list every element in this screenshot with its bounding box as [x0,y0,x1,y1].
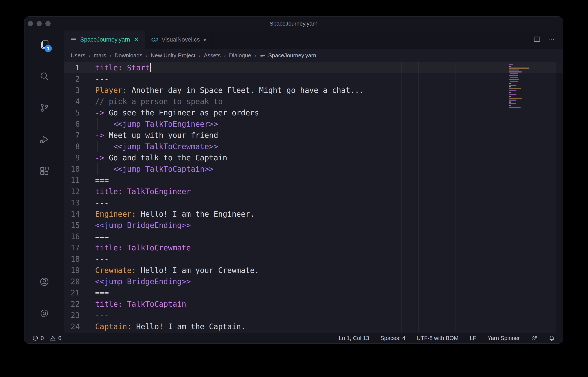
editor-scrollbar[interactable] [556,62,563,333]
code-line[interactable]: 12title: TalkToEngineer [64,186,563,197]
line-number: 20 [64,276,95,287]
status-indentation[interactable]: Spaces: 4 [380,335,406,342]
activity-settings-button[interactable] [37,306,52,321]
code-line[interactable]: 21=== [64,287,563,298]
breadcrumb-separator: › [224,52,226,59]
breadcrumb-file[interactable]: SpaceJourney.yarn [260,52,316,59]
code-line-text: // pick a person to speak to [95,96,563,107]
code-line[interactable]: 4// pick a person to speak to [64,96,563,107]
code-line[interactable]: 3Player: Another day in Space Fleet. Mig… [64,85,563,96]
extensions-icon [39,166,49,176]
code-editor[interactable]: 1title: Start2---3Player: Another day in… [64,62,563,333]
code-line[interactable]: 10 <<jump TalkToCaptain>> [64,163,563,175]
line-number: 1 [64,62,95,73]
activity-run-debug-button[interactable] [37,132,52,147]
code-line[interactable]: 15<<jump BridgeEnding>> [64,220,563,231]
minimap-line [509,70,542,71]
account-icon [39,277,49,287]
minimap-line [509,79,542,81]
breadcrumb-item[interactable]: Users [71,52,85,59]
minimap-line [509,107,542,109]
code-line[interactable]: 2--- [64,73,563,85]
status-notifications[interactable] [549,335,555,341]
status-eol[interactable]: LF [470,335,476,342]
close-tab-button[interactable]: ✕ [133,36,139,43]
code-line[interactable]: 18--- [64,253,563,265]
minimap-line [509,100,542,102]
status-encoding[interactable]: UTF-8 with BOM [417,335,458,342]
vscode-window: SpaceJourney.yarn 1 SpaceJourney.yarn✕C#… [24,16,563,344]
code-line[interactable]: 20<<jump BridgeEnding>> [64,276,563,287]
status-cursor-position[interactable]: Ln 1, Col 13 [339,335,369,342]
minimap[interactable] [509,64,542,109]
status-cursor-position-label: Ln 1, Col 13 [339,335,369,342]
split-editor-button[interactable] [533,35,541,44]
code-line[interactable]: 9-> Go and talk to the Captain [64,152,563,163]
breadcrumb-separator: › [146,52,148,59]
tab-label: VisualNovel.cs [162,36,200,43]
status-language-mode-label: Yarn Spinner [488,335,520,342]
code-line[interactable]: 19Crewmate: Hello! I am your Crewmate. [64,265,563,276]
line-number: 11 [64,175,95,186]
minimap-line [509,85,542,87]
tab-spacejourney-yarn[interactable]: SpaceJourney.yarn✕ [64,31,145,49]
code-line[interactable]: 8 <<jump TalkToCrewmate>> [64,141,563,152]
breadcrumb-item[interactable]: Dialogue [229,52,251,59]
minimap-line [509,98,542,100]
status-language-mode[interactable]: Yarn Spinner [488,335,520,342]
breadcrumb-item[interactable]: Downloads [115,52,143,59]
breadcrumb-item[interactable]: New Unity Project [151,52,195,59]
activity-bar: 1 [24,31,64,333]
code-line[interactable]: 11=== [64,175,563,186]
more-actions-button[interactable] [548,35,555,44]
status-errors[interactable]: 0 [32,335,44,342]
yarn-file-icon [70,36,77,43]
minimize-window-button[interactable] [36,21,42,26]
code-line-text: <<jump TalkToCaptain>> [95,163,563,175]
status-warnings[interactable]: 0 [50,335,61,342]
status-bar: 00 Ln 1, Col 13Spaces: 4UTF-8 with BOMLF… [24,333,563,343]
code-line[interactable]: 1title: Start [64,62,563,73]
code-line[interactable]: 7-> Meet up with your friend [64,130,563,141]
window-title: SpaceJourney.yarn [270,20,318,27]
code-line-text: --- [95,253,563,265]
code-line[interactable]: 13--- [64,197,563,208]
code-line-text: <<jump BridgeEnding>> [95,276,563,287]
activity-extensions-button[interactable] [37,163,52,178]
line-number: 21 [64,287,95,298]
activity-search-button[interactable] [37,69,52,84]
breadcrumb-item[interactable]: Assets [204,52,221,59]
modified-indicator: ● [203,37,206,42]
code-line[interactable]: 14Engineer: Hello! I am the Engineer. [64,208,563,220]
activity-explorer-button[interactable]: 1 [37,37,52,52]
zoom-window-button[interactable] [45,21,51,26]
close-window-button[interactable] [28,21,33,26]
titlebar[interactable]: SpaceJourney.yarn [24,17,563,31]
breadcrumb-file-label: SpaceJourney.yarn [268,52,316,59]
split-editor-icon [533,35,541,43]
code-line[interactable]: 6 <<jump TalkToEngineer>> [64,118,563,130]
activity-source-control-button[interactable] [37,100,52,115]
code-line[interactable]: 5-> Go see the Engineer as per orders [64,107,563,118]
code-line[interactable]: 22title: TalkToCaptain [64,298,563,310]
activity-badge: 1 [44,45,52,52]
breadcrumb-item[interactable]: mars [94,52,106,59]
tab-visualnovel-cs[interactable]: C#VisualNovel.cs● [145,31,212,49]
code-line[interactable]: 17title: TalkToCrewmate [64,242,563,253]
status-encoding-label: UTF-8 with BOM [417,335,458,342]
line-number: 23 [64,310,95,321]
search-icon [39,71,49,81]
code-line-text: -> Go and talk to the Captain [95,152,563,163]
desktop-background: SpaceJourney.yarn 1 SpaceJourney.yarn✕C#… [0,0,588,377]
status-feedback[interactable] [531,335,537,341]
code-line[interactable]: 24Captain: Hello! I am the Captain. [64,321,563,332]
error-icon [32,335,38,341]
tab-label: SpaceJourney.yarn [80,36,130,43]
activity-accounts-button[interactable] [37,274,52,289]
run-debug-icon [39,134,49,144]
editor-group: SpaceJourney.yarn✕C#VisualNovel.cs● User… [64,31,563,333]
line-number: 7 [64,130,95,141]
code-line[interactable]: 23--- [64,310,563,321]
code-line[interactable]: 16=== [64,231,563,242]
line-number: 3 [64,85,95,96]
